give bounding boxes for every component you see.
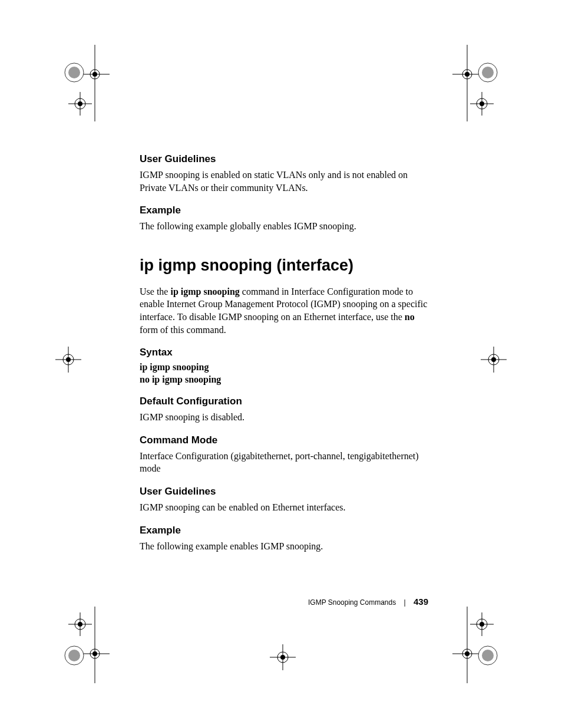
- footer-divider: |: [404, 598, 406, 607]
- svg-point-33: [68, 650, 80, 661]
- svg-point-43: [480, 622, 484, 627]
- svg-point-24: [488, 354, 499, 365]
- heading-syntax: Syntax: [140, 347, 428, 358]
- svg-point-0: [65, 63, 84, 82]
- svg-point-21: [66, 357, 71, 362]
- svg-point-47: [482, 650, 494, 661]
- intro-pre: Use the: [140, 286, 170, 297]
- svg-point-4: [90, 70, 100, 79]
- footer-page-num: 439: [414, 597, 428, 607]
- svg-point-16: [477, 98, 487, 109]
- crop-mark-bottom-right: [452, 607, 511, 683]
- heading-command-mode: Command Mode: [140, 434, 428, 446]
- heading-default-config: Default Configuration: [140, 396, 428, 407]
- crop-mark-mid-left: [51, 342, 86, 377]
- crop-mark-mid-right: [476, 342, 511, 377]
- footer-section: IGMP Snooping Commands: [308, 598, 396, 607]
- crop-mark-bottom-left: [51, 607, 110, 683]
- svg-point-6: [75, 98, 85, 109]
- svg-point-1: [68, 67, 80, 78]
- heading-example-2: Example: [140, 525, 428, 536]
- heading-user-guidelines-2: User Guidelines: [140, 486, 428, 498]
- svg-point-36: [90, 649, 100, 658]
- svg-point-39: [280, 655, 285, 660]
- svg-point-32: [65, 646, 84, 665]
- intro-cmd: ip igmp snooping: [170, 286, 239, 297]
- syntax-line-2: no ip igmp snooping: [140, 374, 428, 385]
- svg-point-5: [92, 72, 97, 77]
- crop-mark-top-right: [452, 45, 511, 121]
- svg-point-37: [92, 651, 97, 656]
- syntax-line-1: ip igmp snooping: [140, 362, 428, 373]
- svg-point-10: [478, 63, 497, 82]
- body-user-guidelines-1: IGMP snooping is enabled on static VLANs…: [140, 169, 428, 194]
- main-heading: ip igmp snooping (interface): [140, 256, 428, 275]
- body-default-config: IGMP snooping is disabled.: [140, 411, 428, 424]
- body-user-guidelines-2: IGMP snooping can be enabled on Ethernet…: [140, 501, 428, 514]
- svg-point-11: [482, 67, 494, 78]
- body-example-2: The following example enables IGMP snoop…: [140, 540, 428, 553]
- crop-mark-top-left: [51, 45, 110, 121]
- intro-post: form of this command.: [140, 325, 226, 335]
- svg-point-7: [78, 101, 82, 106]
- svg-point-50: [462, 649, 472, 658]
- svg-point-51: [465, 651, 470, 656]
- svg-point-29: [78, 622, 82, 627]
- body-command-mode: Interface Configuration (gigabitethernet…: [140, 450, 428, 475]
- svg-point-38: [277, 652, 288, 663]
- svg-point-14: [462, 70, 472, 79]
- svg-point-42: [477, 619, 487, 630]
- svg-point-17: [480, 101, 484, 106]
- heading-example-1: Example: [140, 205, 428, 216]
- page-content: User Guidelines IGMP snooping is enabled…: [140, 153, 428, 563]
- svg-point-28: [75, 619, 85, 630]
- svg-point-46: [478, 646, 497, 665]
- svg-point-25: [491, 357, 496, 362]
- intro-no: no: [405, 312, 415, 322]
- body-example-1: The following example globally enables I…: [140, 220, 428, 233]
- page-footer: IGMP Snooping Commands | 439: [140, 597, 428, 607]
- intro-paragraph: Use the ip igmp snooping command in Inte…: [140, 285, 428, 336]
- svg-point-15: [465, 72, 470, 77]
- crop-mark-bottom-center: [265, 640, 300, 675]
- svg-point-20: [63, 354, 74, 365]
- heading-user-guidelines-1: User Guidelines: [140, 153, 428, 165]
